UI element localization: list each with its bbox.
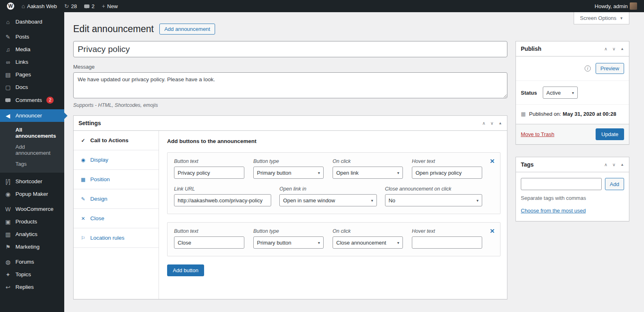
close-on-click-select[interactable]: No bbox=[385, 194, 482, 206]
sidebar-item-comments[interactable]: Comments 2 bbox=[0, 93, 64, 107]
new-label: New bbox=[107, 3, 118, 9]
choose-most-used-link[interactable]: Choose from the most used bbox=[521, 208, 586, 214]
link-url-input[interactable] bbox=[174, 194, 271, 206]
sidebar-item-woocommerce[interactable]: W WooCommerce bbox=[0, 203, 64, 215]
comments-icon bbox=[4, 98, 12, 102]
move-up-icon[interactable]: ∧ bbox=[482, 121, 485, 126]
hover-text-input[interactable] bbox=[412, 167, 482, 179]
comments-icon bbox=[84, 4, 89, 8]
media-icon: ♫ bbox=[4, 47, 12, 52]
toggle-panel-icon[interactable]: ▲ bbox=[620, 163, 624, 167]
on-click-select[interactable]: Close announcement bbox=[333, 236, 403, 249]
admin-bar-comments-link[interactable]: 2 bbox=[80, 0, 98, 12]
button-text-field: Button text bbox=[174, 158, 244, 179]
button-type-select[interactable]: Primary button bbox=[253, 236, 324, 249]
button-text-input[interactable] bbox=[174, 236, 244, 249]
sidebar-item-label: Shortcoder bbox=[15, 178, 42, 184]
move-down-icon[interactable]: ∨ bbox=[490, 121, 494, 126]
message-textarea[interactable]: We have updated our privacy policy. Plea… bbox=[73, 72, 507, 98]
admin-content: Screen Options ▼ Edit announcement Add a… bbox=[64, 12, 644, 312]
tab-close[interactable]: ✕ Close bbox=[74, 209, 159, 228]
new-content-link[interactable]: + New bbox=[98, 0, 121, 12]
supports-note: Supports - HTML, Shortcodes, emojis bbox=[73, 102, 507, 108]
add-tag-button[interactable]: Add bbox=[605, 178, 624, 190]
updates-link[interactable]: ↻ 28 bbox=[61, 0, 80, 12]
move-up-icon[interactable]: ∧ bbox=[604, 162, 607, 167]
calendar-icon: ▦ bbox=[521, 111, 526, 117]
remove-button-icon[interactable]: ✕ bbox=[490, 158, 495, 165]
hover-text-label: Hover text bbox=[412, 158, 482, 164]
tab-display[interactable]: ◉ Display bbox=[74, 150, 159, 170]
sidebar-item-products[interactable]: ▣ Products bbox=[0, 215, 64, 228]
move-up-icon[interactable]: ∧ bbox=[604, 47, 607, 51]
sidebar-item-shortcoder[interactable]: [/] Shortcoder bbox=[0, 175, 64, 188]
sidebar-item-docs[interactable]: ▢ Docs bbox=[0, 81, 64, 93]
preview-button[interactable]: Preview bbox=[596, 63, 624, 74]
remove-button-icon[interactable]: ✕ bbox=[490, 228, 495, 235]
position-icon: ▦ bbox=[80, 177, 86, 182]
topics-icon: ✦ bbox=[4, 272, 12, 277]
sidebar-item-pages[interactable]: ▤ Pages bbox=[0, 68, 64, 81]
button-text-input[interactable] bbox=[174, 167, 244, 179]
screen-options-button[interactable]: Screen Options ▼ bbox=[574, 12, 629, 24]
hover-text-field: Hover text bbox=[412, 228, 482, 249]
on-click-field: On click Open link ▾ bbox=[333, 158, 403, 179]
sidebar-item-label: Marketing bbox=[15, 244, 39, 250]
move-to-trash-link[interactable]: Move to Trash bbox=[521, 131, 554, 137]
sidebar-item-popup-maker[interactable]: ◉ Popup Maker bbox=[0, 188, 64, 200]
tab-location-rules[interactable]: ⚐ Location rules bbox=[74, 228, 159, 248]
toggle-panel-icon[interactable]: ▲ bbox=[498, 121, 502, 125]
check-icon: ✓ bbox=[80, 138, 86, 143]
sidebar-item-links[interactable]: ∞ Links bbox=[0, 56, 64, 68]
published-row: ▦ Published on: May 31, 2020 at 00:28 bbox=[516, 105, 629, 124]
sidebar-item-label: Posts bbox=[15, 34, 29, 40]
open-link-in-select[interactable]: Open in same window bbox=[279, 194, 376, 206]
sidebar-item-announcer[interactable]: ◀ Announcer bbox=[0, 109, 64, 122]
sidebar-item-replies[interactable]: ↩ Replies bbox=[0, 281, 64, 293]
button-text-field: Button text bbox=[174, 228, 244, 249]
howdy-account-menu[interactable]: Howdy, admin bbox=[591, 0, 641, 12]
home-icon: ⌂ bbox=[22, 3, 25, 9]
toggle-panel-icon[interactable]: ▲ bbox=[620, 47, 624, 51]
wordpress-menu[interactable]: W bbox=[3, 0, 18, 12]
new-tag-input[interactable] bbox=[521, 178, 602, 190]
add-button[interactable]: Add button bbox=[167, 264, 204, 276]
move-down-icon[interactable]: ∨ bbox=[612, 47, 616, 51]
chevron-down-icon: ▼ bbox=[620, 16, 623, 20]
posts-icon: ✎ bbox=[4, 34, 12, 40]
on-click-label: On click bbox=[333, 158, 403, 164]
move-down-icon[interactable]: ∨ bbox=[612, 162, 616, 167]
sidebar-item-posts[interactable]: ✎ Posts bbox=[0, 30, 64, 43]
button-type-select[interactable]: Primary button bbox=[253, 167, 324, 179]
megaphone-icon: ◀ bbox=[4, 113, 12, 119]
wordpress-logo-icon: W bbox=[7, 2, 14, 10]
tab-design[interactable]: ✎ Design bbox=[74, 189, 159, 209]
location-rules-icon: ⚐ bbox=[80, 235, 86, 241]
hover-text-input[interactable] bbox=[412, 236, 482, 249]
submenu-item-all-announcements[interactable]: All announcements bbox=[0, 124, 64, 141]
submenu-item-tags[interactable]: Tags bbox=[0, 158, 64, 169]
button-type-label: Button type bbox=[253, 158, 324, 164]
tab-position[interactable]: ▦ Position bbox=[74, 170, 159, 189]
sidebar-item-dashboard[interactable]: ⌂ Dashboard bbox=[0, 15, 64, 28]
submenu-item-add-announcement[interactable]: Add announcement bbox=[0, 141, 64, 158]
sidebar-item-marketing[interactable]: ⚑ Marketing bbox=[0, 240, 64, 253]
announcement-title-input[interactable] bbox=[73, 41, 507, 57]
info-icon[interactable]: i bbox=[585, 65, 591, 72]
button-type-field: Button type Primary button ▾ bbox=[253, 228, 324, 249]
tab-call-to-actions[interactable]: ✓ Call to Actions bbox=[74, 131, 159, 150]
sidebar-item-label: Analytics bbox=[15, 231, 37, 237]
status-row: Status Active ▾ bbox=[516, 81, 629, 105]
link-url-label: Link URL bbox=[174, 186, 271, 192]
status-select[interactable]: Active bbox=[543, 87, 578, 99]
sidebar-item-label: WooCommerce bbox=[15, 206, 54, 212]
chart-icon: ▥ bbox=[4, 232, 12, 237]
add-announcement-button[interactable]: Add announcement bbox=[159, 24, 215, 35]
update-button[interactable]: Update bbox=[596, 128, 624, 140]
on-click-select[interactable]: Open link bbox=[333, 167, 403, 179]
sidebar-item-forums[interactable]: ◍ Forums bbox=[0, 256, 64, 268]
sidebar-item-analytics[interactable]: ▥ Analytics bbox=[0, 228, 64, 240]
sidebar-item-topics[interactable]: ✦ Topics bbox=[0, 268, 64, 281]
sidebar-item-media[interactable]: ♫ Media bbox=[0, 43, 64, 56]
site-name-link[interactable]: ⌂ Aakash Web bbox=[18, 0, 61, 12]
